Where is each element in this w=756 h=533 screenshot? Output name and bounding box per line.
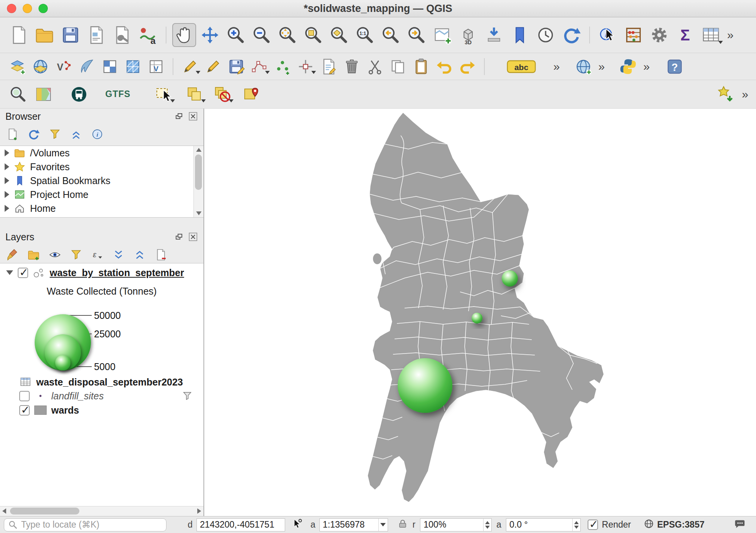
- toolbar-overflow-chevron[interactable]: »: [596, 60, 607, 73]
- browser-item-home[interactable]: Home: [0, 201, 203, 215]
- browser-vertical-scrollbar[interactable]: [193, 146, 203, 217]
- spatial-bookmarks-button[interactable]: [508, 23, 532, 47]
- data-source-manager-button[interactable]: [7, 56, 28, 77]
- add-group-button[interactable]: [27, 248, 40, 261]
- temporal-clock-button[interactable]: [534, 23, 558, 47]
- collapse-arrow-icon[interactable]: [6, 270, 13, 275]
- vertex-tool-button[interactable]: [295, 56, 316, 77]
- style-manager-button[interactable]: a: [136, 23, 160, 47]
- crs-globe-icon[interactable]: [643, 518, 654, 531]
- current-edits-button[interactable]: [180, 56, 200, 77]
- browser-item-project-home[interactable]: Project Home: [0, 188, 203, 201]
- zoom-to-layer-button[interactable]: [327, 23, 351, 47]
- new-shapefile-layer-button[interactable]: [76, 56, 97, 77]
- browser-filter-button[interactable]: [49, 128, 61, 141]
- transit-plugin-button[interactable]: [68, 83, 90, 106]
- zoom-next-button[interactable]: [405, 23, 428, 47]
- layer-styling-button[interactable]: [6, 248, 19, 261]
- labeling-button[interactable]: abc: [505, 56, 538, 77]
- zoom-in-button[interactable]: [224, 23, 248, 47]
- add-feature-button[interactable]: [272, 56, 293, 77]
- minimize-window-button[interactable]: [23, 4, 32, 13]
- browser-refresh-button[interactable]: [27, 128, 40, 141]
- expand-arrow-icon[interactable]: [5, 205, 9, 212]
- zoom-full-button[interactable]: [276, 23, 299, 47]
- attribute-table-button[interactable]: [699, 23, 723, 47]
- temporal-controller-button[interactable]: [482, 23, 506, 47]
- zoom-last-button[interactable]: [379, 23, 403, 47]
- search-plugin-button[interactable]: [7, 83, 29, 106]
- expand-arrow-icon[interactable]: [5, 177, 9, 184]
- refresh-map-button[interactable]: [559, 23, 583, 47]
- select-by-value-button[interactable]: [183, 83, 206, 106]
- scale-input[interactable]: [320, 520, 378, 530]
- python-console-button[interactable]: [618, 56, 638, 77]
- close-window-button[interactable]: [7, 4, 16, 13]
- magnifier-input[interactable]: [420, 520, 483, 530]
- toolbar-overflow-chevron[interactable]: »: [725, 28, 736, 42]
- add-vector-layer-button[interactable]: V: [53, 56, 74, 77]
- waste-symbol-central[interactable]: [472, 313, 482, 323]
- save-project-button[interactable]: [59, 23, 82, 47]
- coordinate-box[interactable]: [197, 518, 285, 531]
- browser-item-partial[interactable]: [0, 215, 203, 218]
- remove-layer-button[interactable]: [155, 248, 167, 261]
- select-features-button[interactable]: [153, 83, 175, 106]
- layer-item-waste-disposal-table[interactable]: waste_disposal_september2023: [0, 374, 203, 390]
- locate-input[interactable]: [21, 520, 162, 530]
- spin-down-icon[interactable]: [574, 526, 579, 529]
- browser-properties-button[interactable]: i: [91, 128, 104, 141]
- scale-box[interactable]: [319, 518, 388, 531]
- new-project-button[interactable]: [7, 23, 31, 47]
- pan-to-selection-button[interactable]: [198, 23, 222, 47]
- close-panel-button[interactable]: [188, 232, 198, 242]
- scroll-up-arrow-icon[interactable]: [196, 148, 202, 152]
- zoom-out-button[interactable]: [250, 23, 274, 47]
- layer-item-wards[interactable]: wards: [0, 402, 203, 418]
- new-map-view-button[interactable]: [430, 23, 454, 47]
- coordinate-input[interactable]: [197, 520, 285, 530]
- select-by-location-button[interactable]: [240, 83, 263, 106]
- options-button[interactable]: [647, 23, 671, 47]
- new-3d-map-view-button[interactable]: 3D: [456, 23, 480, 47]
- close-panel-button[interactable]: [188, 111, 198, 121]
- manage-map-themes-button[interactable]: [49, 248, 61, 261]
- redo-button[interactable]: [457, 56, 478, 77]
- browser-add-layer-button[interactable]: [6, 128, 19, 141]
- new-print-layout-button[interactable]: [84, 23, 108, 47]
- float-panel-button[interactable]: [174, 111, 184, 121]
- toggle-editing-button[interactable]: [203, 56, 223, 77]
- add-raster-layer-button[interactable]: [99, 56, 120, 77]
- scroll-left-arrow-icon[interactable]: [2, 508, 6, 514]
- toolbar-overflow-chevron[interactable]: »: [641, 60, 652, 73]
- browser-collapse-all-button[interactable]: [70, 128, 82, 141]
- layout-manager-button[interactable]: [110, 23, 134, 47]
- waste-symbol-northeast[interactable]: [502, 270, 518, 287]
- rotation-box[interactable]: [506, 518, 581, 531]
- expand-all-button[interactable]: [112, 248, 125, 261]
- save-layer-edits-button[interactable]: [226, 56, 247, 77]
- modify-attributes-button[interactable]: [318, 56, 339, 77]
- delete-selected-button[interactable]: [341, 56, 362, 77]
- help-button[interactable]: ?: [664, 56, 685, 77]
- browser-item-spatial-bookmarks[interactable]: Spatial Bookmarks: [0, 174, 203, 188]
- browser-item-volumes[interactable]: /Volumes: [0, 146, 203, 160]
- deselect-features-button[interactable]: [211, 83, 234, 106]
- layer-visibility-checkbox[interactable]: [18, 268, 28, 278]
- gtfs-plugin-button[interactable]: GTFS: [102, 83, 134, 106]
- rotation-input[interactable]: [506, 520, 572, 530]
- zoom-window-button[interactable]: [39, 4, 48, 13]
- layer-visibility-checkbox[interactable]: [19, 391, 30, 401]
- expand-arrow-icon[interactable]: [5, 149, 9, 156]
- locate-search-box[interactable]: [4, 518, 166, 531]
- messages-button[interactable]: [734, 518, 745, 531]
- toolbar-overflow-chevron[interactable]: »: [551, 60, 562, 73]
- lock-scale-icon[interactable]: [397, 518, 408, 531]
- browser-item-favorites[interactable]: Favorites: [0, 160, 203, 174]
- expand-arrow-icon[interactable]: [5, 163, 9, 170]
- expand-arrow-icon[interactable]: [5, 191, 9, 198]
- spin-up-icon[interactable]: [574, 521, 579, 524]
- filter-by-expression-button[interactable]: ε: [91, 248, 104, 261]
- filter-legend-button[interactable]: [70, 248, 82, 261]
- layers-horizontal-scrollbar[interactable]: [0, 506, 203, 516]
